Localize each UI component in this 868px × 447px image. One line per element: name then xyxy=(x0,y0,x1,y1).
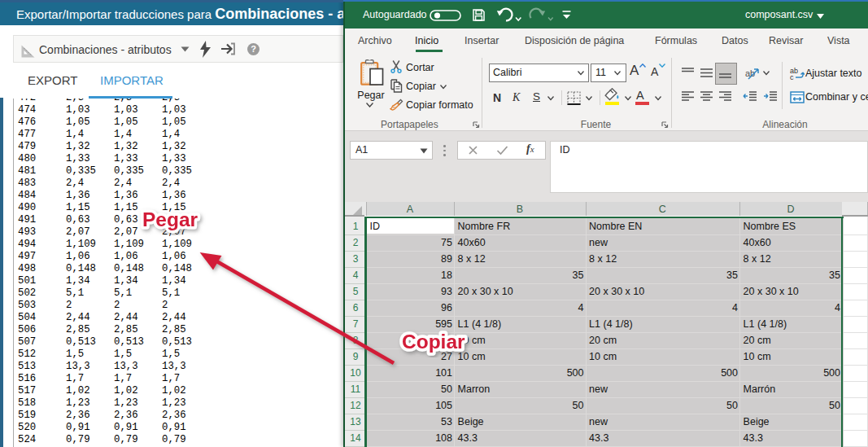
svg-text:c: c xyxy=(790,73,794,81)
